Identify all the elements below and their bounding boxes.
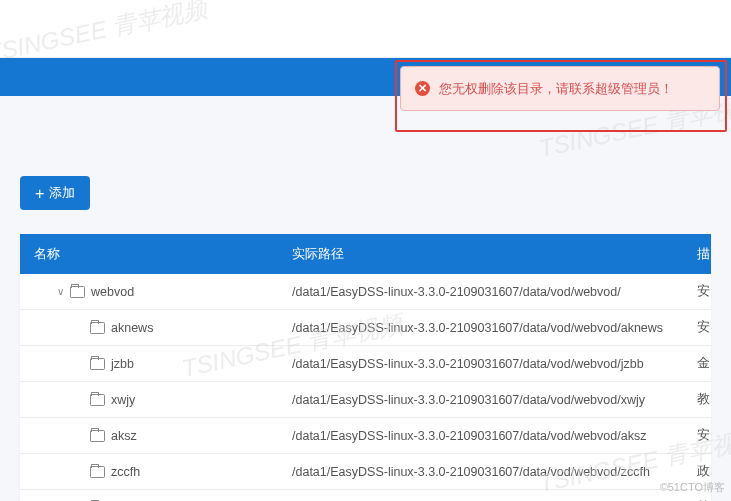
tree-cell: xwjy — [34, 393, 264, 407]
row-path: /data1/EasyDSS-linux-3.3.0-2109031607/da… — [278, 490, 683, 501]
chevron-down-icon[interactable]: ∨ — [57, 286, 67, 297]
col-name: 名称 — [20, 234, 278, 274]
row-path: /data1/EasyDSS-linux-3.3.0-2109031607/da… — [278, 346, 683, 382]
row-desc: 教 — [683, 382, 711, 418]
row-name: aksz — [111, 429, 137, 443]
folder-icon — [90, 358, 105, 370]
table-row[interactable]: other/data1/EasyDSS-linux-3.3.0-21090316… — [20, 490, 711, 501]
row-path: /data1/EasyDSS-linux-3.3.0-2109031607/da… — [278, 418, 683, 454]
error-alert: ✕ 您无权删除该目录，请联系超级管理员！ — [400, 66, 720, 111]
row-path: /data1/EasyDSS-linux-3.3.0-2109031607/da… — [278, 454, 683, 490]
row-name: jzbb — [111, 357, 134, 371]
table-row[interactable]: xwjy/data1/EasyDSS-linux-3.3.0-210903160… — [20, 382, 711, 418]
row-name: zccfh — [111, 465, 140, 479]
row-desc: 金 — [683, 346, 711, 382]
row-name: webvod — [91, 285, 134, 299]
row-path: /data1/EasyDSS-linux-3.3.0-2109031607/da… — [278, 274, 683, 310]
row-path: /data1/EasyDSS-linux-3.3.0-2109031607/da… — [278, 310, 683, 346]
add-button[interactable]: + 添加 — [20, 176, 90, 210]
table-row[interactable]: jzbb/data1/EasyDSS-linux-3.3.0-210903160… — [20, 346, 711, 382]
tree-cell: jzbb — [34, 357, 264, 371]
row-name: xwjy — [111, 393, 135, 407]
folder-icon — [90, 322, 105, 334]
tree-cell: zccfh — [34, 465, 264, 479]
table-row[interactable]: zccfh/data1/EasyDSS-linux-3.3.0-21090316… — [20, 454, 711, 490]
folder-icon — [90, 394, 105, 406]
table-row[interactable]: aknews/data1/EasyDSS-linux-3.3.0-2109031… — [20, 310, 711, 346]
directory-table: 名称 实际路径 描 ∨webvod/data1/EasyDSS-linux-3.… — [20, 234, 711, 501]
col-desc: 描 — [683, 234, 711, 274]
tree-cell: ∨webvod — [34, 285, 264, 299]
folder-icon — [90, 466, 105, 478]
main-content: + 添加 名称 实际路径 描 ∨webvod/data1/EasyDSS-lin… — [0, 176, 731, 501]
alert-text: 您无权删除该目录，请联系超级管理员！ — [439, 80, 673, 98]
folder-icon — [90, 430, 105, 442]
error-icon: ✕ — [415, 81, 430, 96]
add-label: 添加 — [49, 184, 75, 202]
top-header — [0, 0, 731, 58]
folder-icon — [70, 286, 85, 298]
row-desc: 安 — [683, 310, 711, 346]
row-desc: 安 — [683, 274, 711, 310]
tree-cell: aksz — [34, 429, 264, 443]
table-row[interactable]: ∨webvod/data1/EasyDSS-linux-3.3.0-210903… — [20, 274, 711, 310]
attribution: ©51CTO博客 — [660, 480, 725, 495]
tree-cell: aknews — [34, 321, 264, 335]
table-row[interactable]: aksz/data1/EasyDSS-linux-3.3.0-210903160… — [20, 418, 711, 454]
row-path: /data1/EasyDSS-linux-3.3.0-2109031607/da… — [278, 382, 683, 418]
row-name: aknews — [111, 321, 153, 335]
row-desc: 安 — [683, 418, 711, 454]
plus-icon: + — [35, 187, 44, 200]
table-header-row: 名称 实际路径 描 — [20, 234, 711, 274]
col-path: 实际路径 — [278, 234, 683, 274]
